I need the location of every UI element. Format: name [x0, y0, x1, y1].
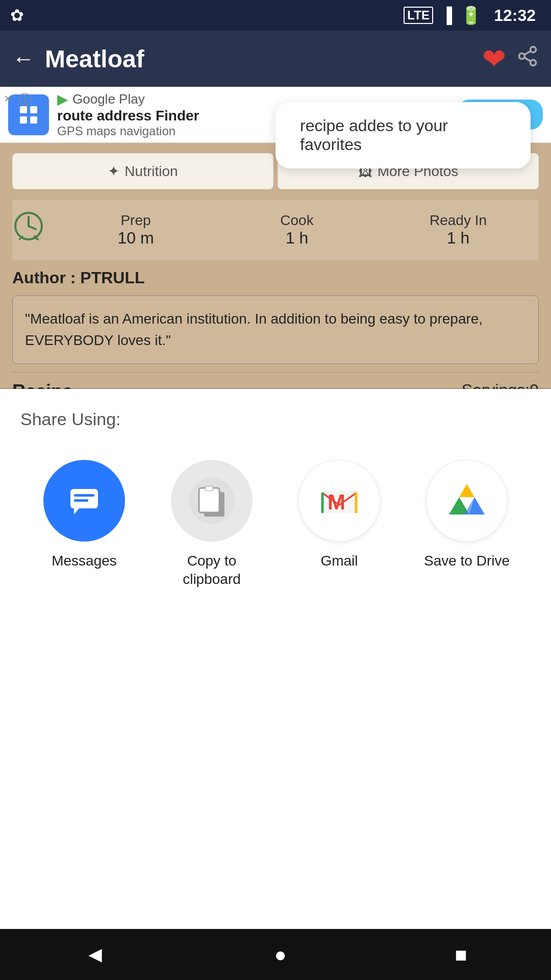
nav-recents-button[interactable]: [455, 943, 467, 966]
times-row: Prep 10 m Cook 1 h Ready In 1 h: [12, 200, 539, 260]
svg-line-4: [524, 51, 531, 55]
gmail-label: Gmail: [320, 552, 358, 570]
share-clipboard[interactable]: Copy to clipboard: [161, 460, 263, 589]
svg-rect-8: [20, 116, 27, 124]
svg-rect-12: [70, 489, 98, 508]
drive-label: Save to Drive: [424, 552, 510, 570]
battery-icon: 🔋: [460, 5, 482, 26]
svg-rect-9: [30, 116, 37, 124]
app-bar: ← Meatloaf ❤: [0, 31, 551, 87]
share-panel: Share Using: Messages: [0, 389, 551, 620]
svg-rect-13: [74, 494, 94, 497]
svg-rect-14: [74, 499, 88, 502]
svg-point-2: [531, 60, 536, 65]
cook-time: Cook 1 h: [216, 212, 378, 248]
clipboard-icon: [171, 460, 253, 542]
prep-time: Prep 10 m: [55, 212, 216, 248]
messages-icon: [43, 460, 125, 542]
nav-back-button[interactable]: [84, 942, 107, 967]
author-text: Author : PTRULL: [12, 268, 145, 287]
author-row: Author : PTRULL: [12, 268, 539, 287]
ready-value: 1 h: [378, 229, 539, 248]
app-title: Meatloaf: [45, 45, 482, 73]
cook-value: 1 h: [216, 229, 378, 248]
ad-close-button[interactable]: ×: [4, 91, 12, 107]
status-bar: ✿ LTE ▐ 🔋 12:32: [0, 0, 551, 31]
svg-point-0: [531, 47, 536, 53]
prep-value: 10 m: [55, 229, 216, 248]
toast-message: recipe addes to your favorites: [300, 116, 448, 154]
gmail-icon: M: [298, 460, 380, 542]
share-gmail[interactable]: M Gmail: [288, 460, 390, 570]
nutrition-label: Nutrition: [124, 163, 178, 180]
svg-text:M: M: [328, 490, 345, 514]
svg-rect-18: [199, 488, 219, 512]
favorite-icon[interactable]: ❤: [482, 42, 506, 76]
ad-info-button[interactable]: ⓘ: [18, 91, 32, 109]
nav-home-button[interactable]: [274, 943, 287, 966]
share-icon[interactable]: [516, 45, 539, 72]
cook-label: Cook: [216, 212, 378, 229]
share-messages[interactable]: Messages: [33, 460, 135, 570]
nutrition-icon: ✦: [108, 163, 119, 180]
svg-line-3: [524, 58, 531, 61]
recipe-quote: "Meatloaf is an American institution. In…: [12, 296, 539, 364]
nutrition-tab[interactable]: ✦ Nutrition: [12, 153, 273, 189]
play-icon: ▶: [57, 91, 68, 108]
lte-indicator: LTE: [404, 7, 433, 24]
navigation-bar: [0, 929, 551, 980]
messages-label: Messages: [52, 552, 117, 570]
svg-point-1: [519, 54, 525, 59]
share-title: Share Using:: [20, 409, 531, 429]
toast-notification: recipe addes to your favorites: [276, 102, 531, 168]
status-time: 12:32: [494, 6, 536, 25]
ready-time: Ready In 1 h: [378, 212, 539, 248]
ready-label: Ready In: [378, 212, 539, 229]
status-left: ✿: [10, 0, 24, 31]
back-button[interactable]: ←: [12, 46, 35, 71]
google-play-text: Google Play: [72, 91, 145, 107]
svg-rect-20: [206, 486, 213, 491]
prep-label: Prep: [55, 212, 216, 229]
signal-icon: ▐: [441, 7, 452, 24]
share-apps-row: Messages Copy to clipboard: [20, 460, 531, 589]
drive-icon: [426, 460, 508, 542]
clock-icon: [12, 210, 45, 250]
share-drive[interactable]: Save to Drive: [416, 460, 518, 570]
clipboard-label: Copy to clipboard: [161, 552, 263, 589]
quote-text: "Meatloaf is an American institution. In…: [25, 311, 483, 348]
